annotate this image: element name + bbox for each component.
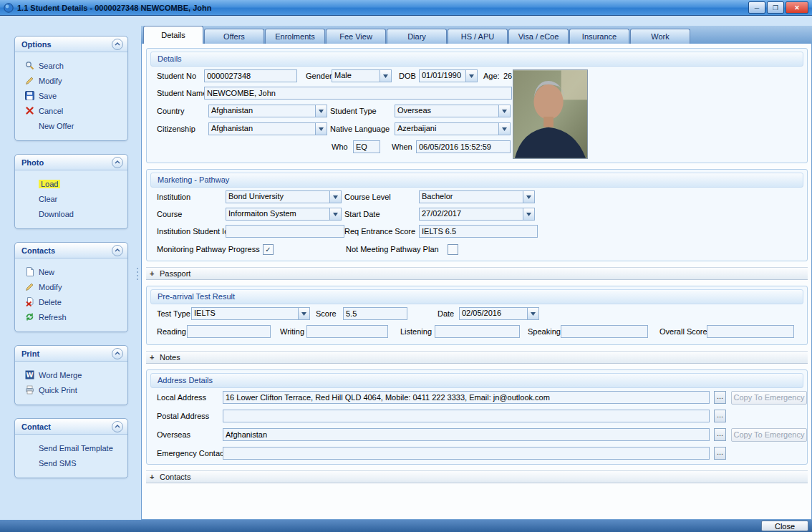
start-date-picker[interactable]: 27/02/2017 (419, 208, 535, 221)
reading-input[interactable] (187, 325, 271, 338)
emergency-contact-browse-button[interactable]: ... (714, 447, 726, 460)
test-type-combo[interactable]: IELTS (191, 307, 310, 320)
local-address-browse-button[interactable]: ... (714, 391, 726, 404)
splitter-handle[interactable] (137, 268, 138, 280)
sidebar-item-quick-print[interactable]: Quick Print (24, 382, 125, 397)
score-input[interactable] (343, 307, 407, 320)
tab-work[interactable]: Work (630, 29, 690, 44)
not-meeting-pathway-checkbox[interactable] (448, 244, 458, 255)
notes-collapsed-section[interactable]: + Notes (146, 351, 808, 364)
tab-offers[interactable]: Offers (204, 29, 264, 44)
emergency-contact-input[interactable] (223, 447, 710, 460)
copy-local-to-emergency-button[interactable]: Copy To Emergency (731, 391, 807, 405)
student-no-input[interactable] (204, 69, 297, 82)
dropdown-arrow-icon[interactable] (316, 105, 327, 117)
collapse-chevron-icon[interactable] (112, 157, 123, 168)
close-button[interactable]: Close (761, 521, 808, 531)
dropdown-arrow-icon[interactable] (499, 122, 511, 135)
collapsed-section-label: Passport (160, 269, 190, 278)
app-window: 1.1 Student Details - 0000027348 NEWCOMB… (0, 0, 812, 532)
sidebar-item-contact-modify[interactable]: Modify (24, 279, 125, 294)
gender-combo[interactable]: Male (332, 69, 392, 82)
dropdown-arrow-icon[interactable] (316, 122, 327, 135)
contacts-collapsed-section[interactable]: + Contacts (146, 470, 808, 483)
sidebar-item-contact-delete[interactable]: Delete (24, 294, 125, 309)
tab-insurance[interactable]: Insurance (569, 29, 629, 44)
dropdown-arrow-icon[interactable] (299, 307, 310, 320)
overseas-address-input[interactable] (223, 428, 710, 441)
collapse-chevron-icon[interactable] (112, 245, 123, 256)
contact-panel-header[interactable]: Contact (15, 419, 127, 435)
dropdown-arrow-icon[interactable] (330, 208, 342, 221)
student-type-combo[interactable]: Overseas (395, 105, 511, 117)
copy-overseas-to-emergency-button[interactable]: Copy To Emergency (731, 428, 807, 442)
sidebar-item-contact-refresh[interactable]: Refresh (24, 309, 125, 324)
collapse-chevron-icon[interactable] (112, 348, 123, 359)
print-panel-header[interactable]: Print (15, 346, 127, 362)
collapse-chevron-icon[interactable] (112, 39, 123, 50)
dropdown-arrow-icon[interactable] (523, 190, 535, 203)
restore-icon[interactable]: ❐ (767, 1, 784, 14)
dropdown-arrow-icon[interactable] (528, 307, 539, 320)
overseas-address-browse-button[interactable]: ... (714, 428, 726, 441)
writing-input[interactable] (306, 325, 388, 338)
tab-hs-apu[interactable]: HS / APU (448, 29, 508, 44)
native-language-combo[interactable]: Azerbaijani (395, 122, 511, 135)
dropdown-arrow-icon[interactable] (380, 69, 392, 82)
tab-enrolments[interactable]: Enrolments (265, 29, 325, 44)
tab-details[interactable]: Details (143, 26, 203, 44)
institution-combo[interactable]: Bond University (226, 190, 342, 203)
sidebar-item-save[interactable]: Save (24, 88, 125, 103)
sidebar-item-download[interactable]: Download (24, 206, 125, 221)
listening-input[interactable] (435, 325, 520, 338)
options-panel-header[interactable]: Options (15, 37, 127, 52)
sidebar-item-cancel[interactable]: Cancel (24, 103, 125, 118)
tab-visa-ecoe[interactable]: Visa / eCoe (508, 29, 569, 44)
dropdown-arrow-icon[interactable] (466, 69, 478, 82)
passport-collapsed-section[interactable]: + Passport (146, 267, 808, 280)
local-address-input[interactable] (223, 391, 710, 404)
minimize-icon[interactable]: ─ (748, 1, 765, 14)
sidebar-item-send-sms[interactable]: Send SMS (24, 455, 125, 470)
sidebar-item-search[interactable]: Search (24, 58, 125, 73)
country-combo[interactable]: Afghanistan (208, 105, 327, 117)
close-window-icon[interactable]: ✕ (786, 1, 808, 14)
req-entrance-score-input[interactable] (419, 225, 538, 238)
institution-student-id-input[interactable] (226, 225, 344, 238)
collapsed-section-label: Notes (160, 353, 180, 362)
photo-panel-header[interactable]: Photo (15, 155, 127, 170)
dob-picker[interactable]: 01/01/1990 (419, 69, 478, 82)
emergency-contact-label: Emergency Contact (157, 447, 226, 460)
sidebar-item-new-offer[interactable]: New Offer (24, 118, 125, 133)
contacts-panel-header[interactable]: Contacts (15, 243, 127, 258)
test-date-picker[interactable]: 02/05/2016 (459, 307, 539, 320)
dropdown-arrow-icon[interactable] (523, 208, 535, 221)
postal-address-input[interactable] (223, 410, 710, 422)
pathway-section-header: Marketing - Pathway (150, 173, 803, 188)
tab-diary[interactable]: Diary (387, 29, 447, 44)
sidebar-item-contact-new[interactable]: New (24, 264, 125, 279)
dropdown-arrow-icon[interactable] (499, 105, 511, 117)
citizenship-combo[interactable]: Afghanistan (208, 122, 327, 135)
sidebar-item-send-email-template[interactable]: Send Email Template (24, 440, 125, 455)
course-level-combo[interactable]: Bachelor (419, 190, 535, 203)
tab-label: Offers (223, 32, 245, 41)
tab-fee-view[interactable]: Fee View (326, 29, 386, 44)
sidebar-item-load[interactable]: Load (24, 176, 125, 191)
sidebar-item-clear[interactable]: Clear (24, 191, 125, 206)
who-input[interactable] (353, 140, 380, 153)
when-input[interactable] (416, 140, 511, 153)
postal-address-browse-button[interactable]: ... (714, 410, 726, 422)
speaking-label: Speaking (528, 325, 561, 338)
delete-icon (24, 297, 34, 306)
dropdown-arrow-icon[interactable] (330, 190, 342, 203)
monitoring-pathway-checkbox[interactable]: ✓ (263, 244, 274, 255)
blank-icon (24, 121, 34, 130)
collapse-chevron-icon[interactable] (112, 421, 123, 432)
course-combo[interactable]: Informaiton System (226, 208, 342, 221)
sidebar-item-modify[interactable]: Modify (24, 73, 125, 88)
sidebar-item-word-merge[interactable]: W Word Merge (24, 367, 125, 382)
overall-score-input[interactable] (707, 325, 794, 338)
student-name-input[interactable] (204, 87, 512, 100)
speaking-input[interactable] (561, 325, 648, 338)
